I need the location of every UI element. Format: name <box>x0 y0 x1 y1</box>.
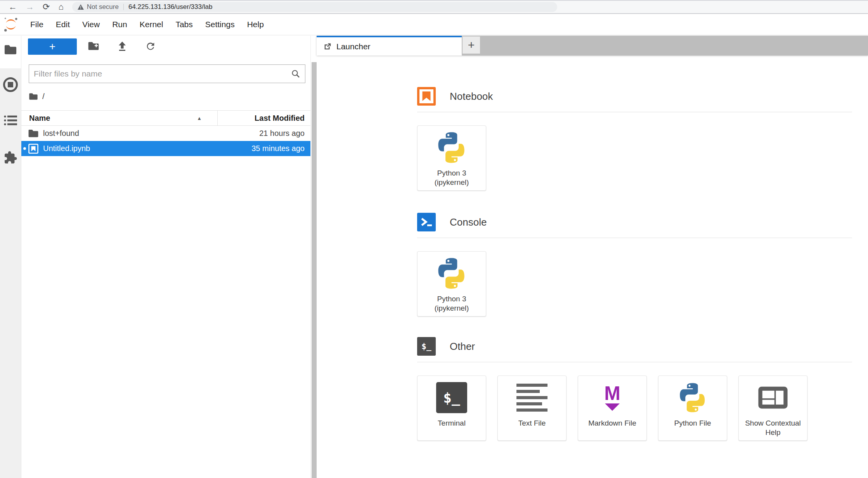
column-header-name[interactable]: Name ▲ <box>21 114 217 123</box>
terminal-glyph: $_ <box>443 390 460 406</box>
markdown-icon: M <box>604 381 620 414</box>
extensions-tab-puzzle-icon[interactable] <box>3 151 17 165</box>
python-logo-icon <box>677 381 708 414</box>
card-python-file[interactable]: Python File <box>658 375 727 441</box>
python-logo-icon <box>435 257 468 290</box>
row-status-slot <box>21 147 28 150</box>
file-name: Untitled.ipynb <box>43 144 217 153</box>
console-icon <box>417 213 436 231</box>
running-kernels-tab-icon[interactable] <box>2 76 19 93</box>
refresh-icon[interactable] <box>145 41 156 52</box>
launcher-icon <box>323 42 332 51</box>
home-icon[interactable]: ⌂ <box>58 3 63 11</box>
filter-files-box <box>29 64 305 83</box>
main-tabbar: Launcher + <box>317 36 868 56</box>
notebook-cards: Python 3 (ipykernel) <box>417 125 852 191</box>
card-label: Text File <box>515 419 549 428</box>
file-listing: Name ▲ Last Modified lost+found 21 hours… <box>21 110 310 156</box>
jupyter-logo <box>3 17 19 32</box>
browser-toolbar: ← → ⟳ ⌂ Not secure 64.225.131.136/user/3… <box>0 0 868 14</box>
table-of-contents-tab-icon[interactable] <box>4 115 17 126</box>
notebook-icon <box>417 87 436 106</box>
text-file-icon <box>516 381 547 414</box>
file-panel-scrollbar <box>310 36 317 478</box>
card-label: Show Contextual Help <box>739 419 807 438</box>
unsaved-changes-dot <box>23 147 26 150</box>
new-folder-icon[interactable] <box>88 41 99 51</box>
card-show-contextual-help[interactable]: Show Contextual Help <box>738 375 807 441</box>
menu-file[interactable]: File <box>24 14 50 35</box>
file-modified: 21 hours ago <box>217 129 310 138</box>
menu-help[interactable]: Help <box>241 14 270 35</box>
menu-settings[interactable]: Settings <box>199 14 241 35</box>
contextual-help-icon <box>755 381 791 414</box>
file-name: lost+found <box>43 129 217 138</box>
file-listing-header: Name ▲ Last Modified <box>21 110 310 126</box>
terminal-icon: $_ <box>436 381 467 414</box>
jupyter-menubar: File Edit View Run Kernel Tabs Settings … <box>0 14 868 35</box>
new-launcher-button[interactable]: + <box>28 38 77 55</box>
section-title: Other <box>450 341 475 353</box>
section-console-header: Console <box>417 212 852 232</box>
card-label: Markdown File <box>585 419 639 428</box>
launcher-body: Notebook Python 3 (ipykernel) <box>317 56 868 478</box>
breadcrumb-home-folder-icon[interactable] <box>29 92 38 101</box>
reload-icon[interactable]: ⟳ <box>43 3 50 11</box>
address-bar[interactable]: Not secure 64.225.131.136/user/333/lab <box>72 2 557 12</box>
scrollbar-thumb[interactable] <box>312 62 317 478</box>
card-label: Terminal <box>435 419 469 428</box>
menu-view[interactable]: View <box>76 14 106 35</box>
card-python3-notebook[interactable]: Python 3 (ipykernel) <box>417 125 486 191</box>
warning-triangle-icon <box>78 4 84 10</box>
section-title: Notebook <box>450 90 493 103</box>
main-dock-panel: Launcher + Notebook <box>317 36 868 478</box>
console-cards: Python 3 (ipykernel) <box>417 251 852 316</box>
section-divider <box>417 238 852 238</box>
breadcrumb-root[interactable]: / <box>42 92 45 101</box>
sort-ascending-icon[interactable]: ▲ <box>197 115 202 121</box>
card-label: Python 3 (ipykernel) <box>431 169 472 188</box>
kernel-subname: (ipykernel) <box>435 178 469 187</box>
menu-edit[interactable]: Edit <box>50 14 76 35</box>
section-other: $_ Other $_ Terminal <box>417 337 852 441</box>
filter-files-input[interactable] <box>34 69 291 78</box>
forward-arrow-icon[interactable]: → <box>26 3 34 11</box>
app-body: + / Name <box>0 36 868 478</box>
folder-icon <box>28 129 39 138</box>
kernel-name: Python 3 <box>435 294 469 304</box>
card-label: Python 3 (ipykernel) <box>431 294 472 313</box>
menu-run[interactable]: Run <box>106 14 133 35</box>
upload-icon[interactable] <box>117 41 128 52</box>
menu-kernel[interactable]: Kernel <box>133 14 170 35</box>
section-divider <box>417 362 852 362</box>
markdown-m-glyph: M <box>604 385 620 402</box>
card-terminal[interactable]: $_ Terminal <box>417 375 486 441</box>
left-activity-bar <box>0 36 21 478</box>
security-label[interactable]: Not secure <box>87 3 119 11</box>
card-python3-console[interactable]: Python 3 (ipykernel) <box>417 251 486 316</box>
file-browser-tab-folder-icon[interactable] <box>4 44 17 56</box>
url-text[interactable]: 64.225.131.136/user/333/lab <box>128 3 212 11</box>
omnibox-divider <box>123 4 124 10</box>
menu-tabs[interactable]: Tabs <box>169 14 199 35</box>
breadcrumb: / <box>29 90 45 103</box>
back-arrow-icon[interactable]: ← <box>9 3 17 11</box>
file-row-lost-found[interactable]: lost+found 21 hours ago <box>21 126 310 141</box>
launcher-tab[interactable]: Launcher <box>317 36 462 56</box>
file-row-untitled-ipynb[interactable]: Untitled.ipynb 35 minutes ago <box>21 141 310 156</box>
file-modified: 35 minutes ago <box>217 144 310 153</box>
card-text-file[interactable]: Text File <box>497 375 567 441</box>
column-header-last-modified[interactable]: Last Modified <box>217 111 310 125</box>
card-markdown-file[interactable]: M Markdown File <box>578 375 647 441</box>
other-cards: $_ Terminal <box>417 375 852 441</box>
python-logo-icon <box>435 131 468 164</box>
kernel-subname: (ipykernel) <box>435 304 469 313</box>
section-other-header: $_ Other <box>417 337 852 356</box>
dollar-glyph: $_ <box>421 342 431 351</box>
column-name-label: Name <box>29 114 50 123</box>
file-browser-panel: + / Name <box>21 36 310 478</box>
new-tab-button[interactable]: + <box>463 37 480 54</box>
menu-items: File Edit View Run Kernel Tabs Settings … <box>24 14 270 35</box>
notebook-file-icon <box>28 143 39 154</box>
launcher-tab-label: Launcher <box>336 42 371 51</box>
